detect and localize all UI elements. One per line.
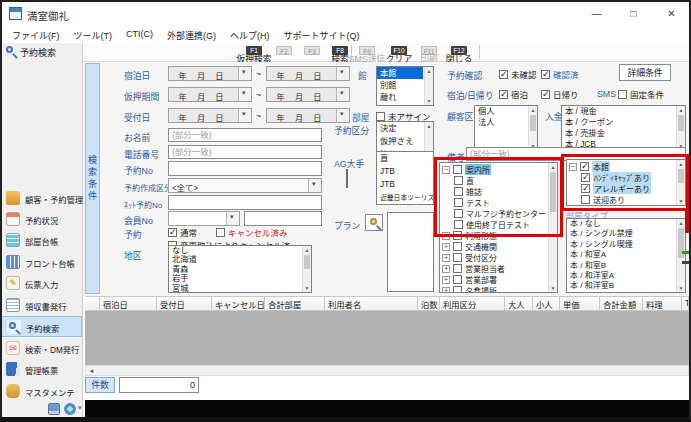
menu-support-site[interactable]: サポートサイト(Q) <box>277 27 367 43</box>
agent-checkbox[interactable] <box>346 169 348 188</box>
member-no-input[interactable] <box>244 211 322 226</box>
tree-node[interactable]: マルフジ予約センター <box>454 208 546 219</box>
menu-tools[interactable]: ツール(T) <box>67 27 120 43</box>
scroll-left-icon[interactable]: ◂ <box>86 366 97 375</box>
column-header[interactable]: 利用区分 <box>440 296 505 311</box>
reception-date-from[interactable]: 年 月 日 <box>168 108 252 123</box>
list-item[interactable]: 本 / シングル喫煙 <box>567 240 685 250</box>
sidebar-item-reservation-search[interactable]: 予約検索 <box>1 316 82 337</box>
day-trip-checkbox[interactable]: 日帰り <box>541 88 579 100</box>
list-item[interactable]: 本 / クーポン <box>562 117 685 128</box>
column-header[interactable]: 宿泊日 <box>100 296 157 311</box>
tree-node[interactable]: ﾊﾝﾃﾞｨｷｬｯﾌﾟあり <box>581 172 651 183</box>
column-header[interactable]: 受付日 <box>157 296 212 311</box>
creation-type-combo[interactable]: <全て> <box>168 178 322 193</box>
maximize-button[interactable]: □ <box>615 0 652 27</box>
stay-date-to[interactable]: 年 月 日 <box>266 66 350 81</box>
stay-date-from[interactable]: 年 月 日 <box>168 66 252 81</box>
tree-expander-icon[interactable] <box>442 254 450 262</box>
list-item[interactable]: 宮城 <box>169 284 311 293</box>
list-item[interactable]: 本 / 和洋室B <box>567 281 685 291</box>
column-header[interactable] <box>85 296 100 311</box>
list-item[interactable]: 本 / シングル禁煙 <box>567 229 685 239</box>
stay-checkbox[interactable]: 宿泊 <box>499 88 528 100</box>
list-item[interactable]: JTB <box>377 178 433 191</box>
reservation-cancelled-checkbox[interactable]: キャンセル済み <box>216 226 288 238</box>
computer-icon[interactable] <box>48 403 60 415</box>
search-condition-tab[interactable]: 検索条件 <box>85 63 100 294</box>
list-item[interactable]: 本 / 売掛金 <box>562 128 685 139</box>
list-item[interactable]: 直 <box>377 152 433 165</box>
scrollbar[interactable] <box>676 219 685 292</box>
scrollbar[interactable] <box>676 160 685 205</box>
column-header[interactable]: 料理 <box>643 296 682 311</box>
minimize-button[interactable]: — <box>578 0 615 27</box>
tree-node-root[interactable]: 案内所 <box>442 164 491 175</box>
tree-expander-icon[interactable] <box>442 276 450 284</box>
chevron-down-icon[interactable] <box>336 67 349 80</box>
column-header[interactable]: 大人 <box>505 296 533 311</box>
tree-expander-icon[interactable] <box>442 166 450 174</box>
list-item[interactable]: 本 / 和洋室A <box>567 271 685 281</box>
column-header[interactable]: キャンセル日 <box>212 296 265 311</box>
tree-node[interactable]: アレルギーあり <box>581 183 651 194</box>
scrollbar[interactable] <box>548 163 557 292</box>
list-item[interactable]: 本 / 和室A <box>567 250 685 260</box>
sidebar-item-customers[interactable]: 顧客・予約管理 <box>1 188 82 209</box>
menu-help[interactable]: ヘルプ(H) <box>223 27 277 43</box>
menu-cti[interactable]: CTI(C) <box>119 27 160 43</box>
sidebar-item-room-ledger[interactable]: 部屋台帳 <box>1 230 82 251</box>
chevron-down-icon[interactable]: ▾ <box>78 404 82 412</box>
unconfirmed-checkbox[interactable]: 未確認 <box>499 68 537 80</box>
menu-file[interactable]: ファイル(F) <box>5 27 67 43</box>
list-item[interactable]: 本 / 現金 <box>562 106 685 117</box>
sidebar-item-front-ledger[interactable]: フロント台帳 <box>1 252 82 273</box>
tree-expander-icon[interactable] <box>442 265 450 273</box>
tree-expander-icon[interactable] <box>442 232 450 240</box>
list-item[interactable]: 青森 <box>169 265 311 274</box>
chevron-down-icon[interactable] <box>336 88 349 101</box>
sidebar-item-slip-entry[interactable]: ✎ 伝票入力 <box>1 273 82 294</box>
hold-period-to[interactable]: 年 月 日 <box>266 87 350 102</box>
tree-node-collapsed[interactable]: 受付区分 <box>442 252 497 263</box>
list-item[interactable]: 近畿日本ツーリスト <box>377 191 433 204</box>
scrollbar[interactable] <box>676 106 685 150</box>
confirmed-checkbox[interactable]: 確認済 <box>541 68 579 80</box>
column-header[interactable]: 合計部屋 <box>265 296 325 311</box>
sidebar-item-receipt[interactable]: 領収書発行 <box>1 295 82 316</box>
column-header[interactable]: 小人 <box>533 296 560 311</box>
sidebar-item-reservation-status[interactable]: 予約状況 <box>1 209 82 230</box>
phone-input[interactable] <box>168 145 322 159</box>
chevron-down-icon[interactable] <box>336 109 349 122</box>
tree-node[interactable]: 雑誌 <box>454 186 482 197</box>
sms-fixed-checkbox[interactable]: 固定条件 <box>618 88 664 100</box>
tree-node-root[interactable]: 本館 <box>569 161 610 172</box>
list-item[interactable]: JTB <box>377 165 433 178</box>
menu-external[interactable]: 外部連携(G) <box>160 27 223 43</box>
tree-expander-icon[interactable] <box>442 287 450 294</box>
reservation-normal-checkbox[interactable]: 通常 <box>168 226 197 238</box>
list-item[interactable]: 本館 <box>377 67 423 79</box>
tree-node-collapsed[interactable]: 利用形態 <box>442 230 497 241</box>
tree-node-collapsed[interactable]: 夕食場所 <box>442 285 497 293</box>
member-no-combo[interactable] <box>168 211 240 226</box>
list-item[interactable]: 本 / なし <box>567 219 685 229</box>
column-header[interactable]: 利用者名 <box>325 296 418 311</box>
scrollbar[interactable] <box>302 246 311 292</box>
tree-node[interactable]: テスト <box>454 197 490 208</box>
scrollbar[interactable] <box>528 106 537 150</box>
tree-node-collapsed[interactable]: 交通機関 <box>442 241 497 252</box>
chevron-down-icon[interactable] <box>226 212 239 225</box>
tree-node-collapsed[interactable]: 営業担当者 <box>442 263 505 274</box>
name-input[interactable] <box>168 128 322 142</box>
plan-listbox[interactable] <box>387 212 434 292</box>
close-button[interactable]: ✕ <box>652 0 691 27</box>
hold-period-from[interactable]: 年 月 日 <box>168 87 252 102</box>
tree-node-collapsed[interactable]: 営業部署 <box>442 274 497 285</box>
list-item[interactable]: 岩手 <box>169 274 311 283</box>
horizontal-scrollbar[interactable]: ◂ <box>85 365 689 376</box>
sidebar-item-search-dm[interactable]: ✉ 検索・DM発行 <box>1 338 82 359</box>
list-item[interactable]: 北海道 <box>169 255 311 264</box>
chevron-down-icon[interactable] <box>238 67 251 80</box>
chevron-down-icon[interactable] <box>238 88 251 101</box>
